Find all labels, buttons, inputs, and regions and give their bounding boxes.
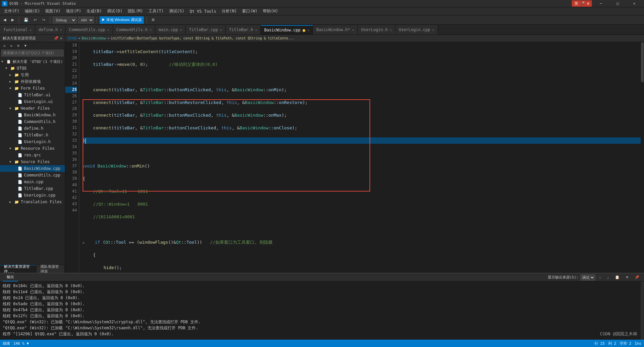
- menu-edit[interactable]: 编辑(E): [22, 8, 43, 15]
- ime-settings: ⚙: [587, 1, 589, 6]
- tab-close-icon[interactable]: ✕: [307, 28, 309, 32]
- tab-close-icon[interactable]: ✕: [180, 28, 182, 32]
- sidebar-bottom-zoom[interactable]: 146 % ▼: [13, 341, 29, 346]
- code-editor[interactable]: titleBar->setTitleContent(titleContent);…: [79, 42, 641, 273]
- tab-titlebar-h[interactable]: TitleBar.h ✕: [226, 25, 261, 34]
- output-tab-output[interactable]: 输出: [3, 273, 18, 281]
- tree-project-qtqq[interactable]: ▼ 📁 QTQQ: [0, 65, 65, 72]
- tree-file-userlogin-h[interactable]: 📄 UserLogin.h: [0, 138, 65, 145]
- tab-close-icon[interactable]: ✕: [107, 28, 109, 32]
- tree-label: UserLogin.cpp: [24, 193, 56, 198]
- tab-close-icon[interactable]: ✕: [390, 28, 392, 32]
- tab-commonutils-h[interactable]: CommonUtils.h ✕: [113, 25, 155, 34]
- tab-close-icon[interactable]: ✕: [29, 28, 31, 32]
- tab-close-icon[interactable]: ✕: [149, 28, 151, 32]
- maximize-button[interactable]: □: [610, 0, 625, 7]
- tab-label: UserLogin.cpp: [399, 27, 430, 32]
- menu-tools[interactable]: 工具(T): [146, 8, 167, 15]
- tree-file-define-h[interactable]: 📄 define.h: [0, 125, 65, 132]
- tree-folder-header[interactable]: ▼ 📁 Header Files: [0, 105, 65, 112]
- tree-folder-ref[interactable]: ▶ 📁 引用: [0, 72, 65, 78]
- menu-test[interactable]: 测试(S): [167, 8, 187, 15]
- save-button[interactable]: 💾: [22, 16, 30, 24]
- tree-file-basicwindow-cpp[interactable]: 📄 BasicWindow.cpp: [0, 165, 65, 172]
- sidebar-collapse-btn[interactable]: ▼: [22, 43, 28, 49]
- tree-file-commonutils-cpp[interactable]: 📄 CommonUtils.cpp: [0, 172, 65, 179]
- tab-define-h[interactable]: define.h ✕: [35, 25, 66, 34]
- tree-file-titlebar-cpp[interactable]: 📄 TitleBar.cpp: [0, 185, 65, 192]
- menu-window[interactable]: 窗口(W): [239, 8, 260, 15]
- editor-scrollbar[interactable]: [641, 42, 644, 273]
- breadcrumb-class[interactable]: BasicWindow: [82, 36, 106, 40]
- menu-view[interactable]: 视图(V): [42, 8, 63, 15]
- tab-close-icon[interactable]: ✕: [60, 28, 62, 32]
- close-button[interactable]: ✕: [627, 0, 642, 7]
- start-debug-button[interactable]: ▶ 本地 Windows 调试器: [100, 16, 144, 24]
- back-button[interactable]: ◀: [1, 16, 8, 24]
- output-source-select[interactable]: 调试 生成: [580, 274, 595, 280]
- editor-container[interactable]: 18 19 20 21 22 23 24 25 26 27 28 29 30 3…: [65, 42, 644, 273]
- output-scrollbar[interactable]: [641, 281, 644, 340]
- sidebar-refresh-btn[interactable]: ↻: [8, 43, 14, 49]
- breadcrumb-project[interactable]: QtQQ: [68, 36, 77, 40]
- menu-help[interactable]: 帮助(H): [260, 8, 281, 15]
- tab-main-cpp[interactable]: main.cpp ✕: [155, 25, 186, 34]
- config-dropdown[interactable]: Debug Release: [53, 17, 77, 23]
- tree-file-main-cpp[interactable]: 📄 main.cpp: [0, 179, 65, 185]
- menu-build[interactable]: 生成(B): [84, 8, 105, 15]
- sidebar-filter-btn[interactable]: ⚙: [15, 43, 21, 49]
- tree-folder-translation[interactable]: ▶ 📁 Translation Files: [0, 199, 65, 205]
- sidebar-tab-team[interactable]: 团队资源管理器: [36, 265, 65, 273]
- tree-file-commonutils-h[interactable]: 📄 CommonUtils.h: [0, 118, 65, 125]
- tab-userlogin-cpp[interactable]: UserLogin.cpp ✕: [396, 25, 438, 34]
- tree-label: UserLogin.h: [24, 139, 50, 144]
- tab-close-icon[interactable]: ✕: [255, 28, 257, 32]
- output-scroll-down[interactable]: ↓: [605, 274, 611, 281]
- ime-bar[interactable]: 英 🎤 ⚙: [572, 0, 592, 7]
- menu-qtvs[interactable]: Qt VS Tools: [187, 8, 219, 14]
- output-pin[interactable]: 📌: [633, 274, 641, 281]
- redo-button[interactable]: ↪: [40, 16, 47, 24]
- tab-close-icon[interactable]: ✕: [220, 28, 222, 32]
- sidebar-search-input[interactable]: [1, 49, 64, 56]
- tree-folder-resource[interactable]: ▼ 📁 Resource Files: [0, 145, 65, 152]
- tab-commonutils-cpp[interactable]: CommonUtils.cpp ✕: [66, 25, 113, 34]
- toolbar-separator-2: [50, 17, 50, 23]
- tree-folder-source[interactable]: ▼ 📁 Source Files: [0, 158, 65, 165]
- menu-team[interactable]: 团队(M): [125, 8, 146, 15]
- tab-basicwindow-cpp[interactable]: BasicWindow.cpp ● ✕: [261, 25, 313, 34]
- menu-file[interactable]: 文件(F): [1, 8, 22, 15]
- output-scroll-up[interactable]: ↑: [597, 274, 603, 281]
- sidebar-tab-solution[interactable]: 解决方案资源管理...: [0, 265, 36, 273]
- output-copy[interactable]: 📋: [613, 274, 622, 281]
- minimize-button[interactable]: ─: [593, 0, 609, 7]
- undo-button[interactable]: ↩: [32, 16, 39, 24]
- tree-solution[interactable]: ▼ 📋 解决方案 'QTQQ'(1 个项目): [0, 58, 65, 65]
- toolbar-extra-1[interactable]: ⚙: [149, 16, 157, 24]
- menu-debug[interactable]: 调试(D): [104, 8, 125, 15]
- menu-analyze[interactable]: 分析(N): [219, 8, 240, 15]
- breadcrumb-symbol[interactable]: initTitleBar(ButtonType buttonType, cons…: [111, 36, 294, 40]
- menu-project[interactable]: 项目(P): [63, 8, 84, 15]
- tree-file-titlebar-ui[interactable]: 📄 TitleBar.ui: [0, 92, 65, 98]
- sidebar-close-icon[interactable]: ✕: [60, 36, 62, 40]
- forward-button[interactable]: ▶: [9, 16, 16, 24]
- tree-file-titlebar-h[interactable]: 📄 TitleBar.h: [0, 132, 65, 138]
- tree-file-res-qrc[interactable]: 📄 res.qrc: [0, 152, 65, 158]
- tab-close-icon[interactable]: ✕: [352, 28, 354, 32]
- tab-close-icon[interactable]: ✕: [432, 28, 434, 32]
- tree-folder-extdeps[interactable]: ▶ 📁 外部依赖项: [0, 78, 65, 85]
- output-close[interactable]: ✕: [624, 274, 631, 281]
- tab-basicwindow-h[interactable]: BasicWindow.h* ✕: [313, 25, 358, 34]
- pin-icon[interactable]: 📌: [54, 36, 59, 40]
- tab-functional[interactable]: functional ✕: [0, 25, 35, 34]
- tree-file-userlogin-ui[interactable]: 📄 UserLogin.ui: [0, 98, 65, 105]
- tab-label: UserLogin.h: [361, 27, 388, 32]
- tab-titlebar-cpp[interactable]: TitleBar.cpp ✕: [186, 25, 226, 34]
- platform-dropdown[interactable]: x64 x86: [78, 17, 94, 23]
- sidebar-home-btn[interactable]: ⌂: [1, 43, 7, 49]
- tree-file-basicwindow-h[interactable]: 📄 BasicWindow.h: [0, 112, 65, 118]
- tree-file-userlogin-cpp[interactable]: 📄 UserLogin.cpp: [0, 192, 65, 199]
- tab-userlogin-h[interactable]: UserLogin.h ✕: [358, 25, 396, 34]
- tree-folder-form[interactable]: ▼ 📁 Form Files: [0, 85, 65, 92]
